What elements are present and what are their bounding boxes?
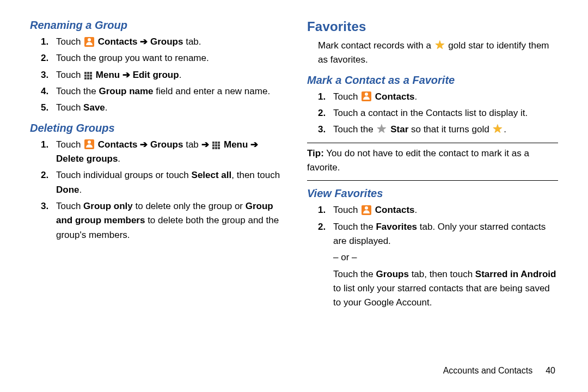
contact-icon [84, 139, 94, 149]
view-alt-text: Touch the Groups tab, then touch Starred… [333, 267, 558, 310]
contact-icon [84, 37, 94, 47]
view-steps: Touch Contacts. Touch the Favorites tab.… [318, 203, 558, 248]
footer-section: Accounts and Contacts [443, 366, 533, 375]
heading-view-favorites: View Favorites [307, 187, 558, 200]
tip-text: Tip: You do not have to edit the contact… [307, 146, 558, 175]
heading-mark-favorite: Mark a Contact as a Favorite [307, 74, 558, 87]
divider [307, 143, 558, 143]
star-grey-icon: ★ [376, 125, 387, 133]
mark-step-3: Touch the ★ Star so that it turns gold ★… [318, 122, 558, 137]
mark-step-2: Touch a contact in the Contacts list to … [318, 106, 558, 120]
rename-step-4: Touch the Group name field and enter a n… [41, 84, 281, 99]
rename-step-2: Touch the group you want to rename. [41, 51, 281, 65]
star-gold-icon: ★ [434, 41, 445, 49]
star-gold-icon: ★ [492, 125, 503, 133]
delete-step-3: Touch Group only to delete only the grou… [41, 199, 281, 242]
rename-step-3: Touch Menu ➔ Edit group. [41, 68, 281, 82]
rename-steps: Touch Contacts ➔ Groups tab. Touch the g… [41, 35, 281, 115]
page-footer: Accounts and Contacts40 [443, 366, 555, 376]
heading-renaming-group: Renaming a Group [30, 19, 281, 32]
favorites-intro: Mark contact records with a ★ gold star … [318, 39, 558, 68]
delete-steps: Touch Contacts ➔ Groups tab ➔ Menu ➔ Del… [41, 138, 281, 242]
right-column: Favorites Mark contact records with a ★ … [307, 19, 558, 313]
rename-step-5: Touch Save. [41, 101, 281, 115]
rename-step-1: Touch Contacts ➔ Groups tab. [41, 35, 281, 49]
divider [307, 180, 558, 181]
menu-icon [212, 142, 220, 149]
delete-step-1: Touch Contacts ➔ Groups tab ➔ Menu ➔ Del… [41, 138, 281, 167]
view-step-1: Touch Contacts. [318, 203, 558, 217]
delete-step-2: Touch individual groups or touch Select … [41, 168, 281, 197]
menu-icon [84, 72, 92, 79]
page-number: 40 [546, 366, 555, 375]
or-separator: – or – [333, 250, 558, 265]
mark-steps: Touch Contacts. Touch a contact in the C… [318, 90, 558, 137]
heading-favorites: Favorites [307, 19, 558, 34]
view-step-2: Touch the Favorites tab. Only your starr… [318, 220, 558, 249]
left-column: Renaming a Group Touch Contacts ➔ Groups… [30, 19, 281, 313]
contact-icon [362, 205, 371, 215]
heading-deleting-groups: Deleting Groups [30, 122, 281, 134]
mark-step-1: Touch Contacts. [318, 90, 558, 104]
contact-icon [362, 91, 371, 101]
